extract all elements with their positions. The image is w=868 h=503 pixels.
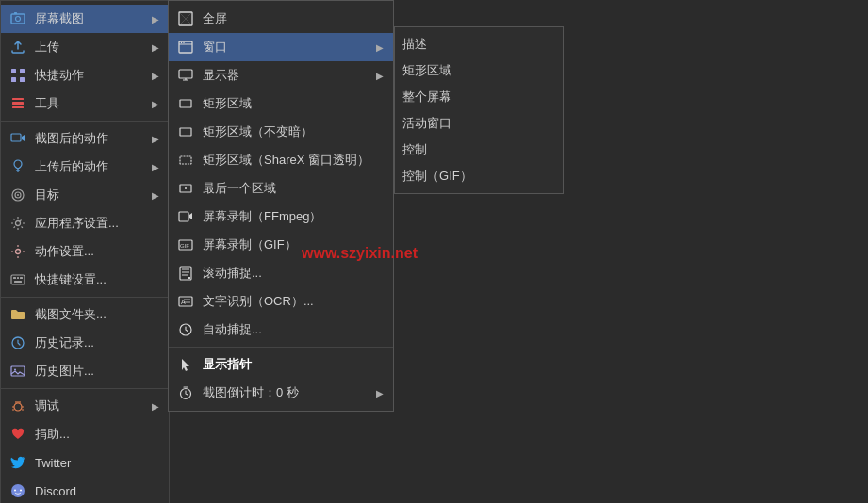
submenu-monitor-label: 显示器 <box>203 67 368 84</box>
divider-2 <box>1 297 169 298</box>
upload-icon <box>8 38 27 57</box>
submenu-recordffmpeg[interactable]: 屏幕录制（FFmpeg） <box>169 203 393 231</box>
submenu-window-gifctrl-label: 控制（GIF） <box>402 168 553 185</box>
submenu-recordgif[interactable]: GIF 屏幕录制（GIF） <box>169 231 393 259</box>
submenu-showpointer-label: 显示指针 <box>203 356 384 373</box>
scroll-icon <box>176 264 195 283</box>
svg-point-1 <box>16 17 21 22</box>
ocr-icon: A <box>176 292 195 311</box>
menu-item-afterupload[interactable]: 上传后的动作 ▶ <box>1 153 169 181</box>
menu-item-twitter[interactable]: Twitter <box>1 448 169 477</box>
menu-item-upload[interactable]: 上传 ▶ <box>1 33 169 61</box>
svg-rect-10 <box>11 134 21 141</box>
recordffmpeg-icon <box>176 207 195 226</box>
svg-rect-3 <box>11 69 16 73</box>
svg-rect-0 <box>11 14 25 24</box>
discord-icon <box>8 481 27 500</box>
menu-item-debug[interactable]: 调试 ▶ <box>1 392 169 420</box>
svg-point-14 <box>16 221 21 226</box>
submenu-monitor-arrow: ▶ <box>376 71 384 81</box>
menu-item-screenshot-label: 屏幕截图 <box>35 10 144 27</box>
debug-icon <box>8 397 27 415</box>
rect-icon <box>176 94 195 113</box>
menu-item-discord[interactable]: Discord <box>1 477 169 503</box>
target-icon <box>8 186 27 204</box>
menu-item-afterupload-label: 上传后的动作 <box>35 158 144 175</box>
submenu-window-onescreen-label: 整个屏幕 <box>402 89 553 105</box>
svg-rect-6 <box>20 77 25 82</box>
submenu-timer-label: 截图倒计时：0 秒 <box>203 384 368 401</box>
menu-item-actionsettings[interactable]: 动作设置... <box>1 237 169 266</box>
svg-rect-8 <box>12 98 24 100</box>
menu-item-historyimg[interactable]: 历史图片... <box>1 357 169 385</box>
menu-item-history-label: 历史记录... <box>35 334 159 351</box>
submenu-rect[interactable]: 矩形区域 <box>169 89 393 118</box>
menu-item-twitter-label: Twitter <box>35 456 159 470</box>
divider-3 <box>1 388 169 389</box>
tool-icon <box>8 94 27 113</box>
fullscreen-icon <box>176 9 195 28</box>
submenu-scroll[interactable]: 滚动捕捉... <box>169 259 393 287</box>
svg-rect-16 <box>11 275 25 284</box>
menu-item-screenshot[interactable]: 屏幕截图 ▶ <box>1 5 169 33</box>
submenu-window-arrow: ▶ <box>376 42 384 53</box>
menu-item-target[interactable]: 目标 ▶ <box>1 181 169 209</box>
submenu-lastregion[interactable]: 最后一个区域 <box>169 174 393 203</box>
timer-icon <box>176 383 195 402</box>
actionsettings-icon <box>8 242 27 261</box>
menu-item-afterupload-arrow: ▶ <box>152 162 159 172</box>
menu-item-history[interactable]: 历史记录... <box>1 329 169 357</box>
submenu-autocapture-label: 自动捕捉... <box>203 321 384 338</box>
menu-item-tool-arrow: ▶ <box>152 99 159 109</box>
submenu-window-gifctrl[interactable]: 控制（GIF） <box>395 163 563 189</box>
window-icon <box>176 38 195 57</box>
svg-point-15 <box>16 250 21 254</box>
menu-item-donate[interactable]: 捐助... <box>1 420 169 448</box>
svg-rect-20 <box>14 281 22 283</box>
svg-rect-33 <box>180 128 191 136</box>
donate-icon <box>8 425 27 444</box>
menu-item-target-arrow: ▶ <box>152 190 159 201</box>
twitter-icon <box>8 453 27 472</box>
submenu-rect-share[interactable]: 矩形区域（ShareX 窗口透明） <box>169 146 393 174</box>
submenu-showpointer[interactable]: 显示指针 <box>169 350 393 379</box>
submenu-timer-arrow: ▶ <box>376 388 384 398</box>
submenu-window-rect[interactable]: 矩形区域 <box>395 57 563 84</box>
submenu-rect-nodarken-label: 矩形区域（不变暗） <box>203 123 384 140</box>
svg-rect-17 <box>13 277 16 279</box>
menu-item-appsettings-label: 应用程序设置... <box>35 215 159 232</box>
submenu-recordgif-label: 屏幕录制（GIF） <box>203 236 384 253</box>
menu-item-tool[interactable]: 工具 ▶ <box>1 89 169 118</box>
menu-item-quickaction[interactable]: 快捷动作 ▶ <box>1 61 169 89</box>
submenu-window-desc[interactable]: 描述 <box>395 31 563 57</box>
submenu-rect-nodarken[interactable]: 矩形区域（不变暗） <box>169 118 393 146</box>
submenu-timer[interactable]: 截图倒计时：0 秒 ▶ <box>169 379 393 407</box>
submenu-monitor[interactable]: 显示器 ▶ <box>169 61 393 89</box>
menu-item-hotkey-label: 快捷键设置... <box>35 271 159 288</box>
svg-rect-4 <box>20 69 25 73</box>
menu-item-aftercapture[interactable]: 截图后的动作 ▶ <box>1 124 169 153</box>
menu-item-hotkey[interactable]: 快捷键设置... <box>1 266 169 294</box>
menu-item-screenshot-arrow: ▶ <box>152 14 159 24</box>
submenu-window-onescreen[interactable]: 整个屏幕 <box>395 84 563 110</box>
menu-item-target-label: 目标 <box>35 187 144 203</box>
svg-point-29 <box>181 42 182 43</box>
svg-rect-9 <box>12 106 24 108</box>
submenu-rect-label: 矩形区域 <box>203 95 384 112</box>
folder-icon <box>8 305 27 324</box>
menu-item-debug-label: 调试 <box>35 398 144 414</box>
svg-point-25 <box>11 484 25 497</box>
submenu-ocr[interactable]: A 文字识别（OCR）... <box>169 287 393 316</box>
menu-item-appsettings[interactable]: 应用程序设置... <box>1 209 169 237</box>
submenu-window[interactable]: 窗口 ▶ <box>169 33 393 61</box>
submenu-window-ctrl[interactable]: 控制 <box>395 137 563 163</box>
submenu-fullscreen[interactable]: 全屏 <box>169 5 393 33</box>
svg-point-30 <box>183 42 184 43</box>
svg-point-13 <box>17 194 19 196</box>
submenu-window-activewindow[interactable]: 活动窗口 <box>395 110 563 137</box>
submenu-autocapture[interactable]: 自动捕捉... <box>169 316 393 344</box>
historyimg-icon <box>8 362 27 381</box>
menu-item-folder[interactable]: 截图文件夹... <box>1 300 169 329</box>
menu-item-tool-label: 工具 <box>35 95 144 112</box>
menu-item-actionsettings-label: 动作设置... <box>35 243 159 260</box>
